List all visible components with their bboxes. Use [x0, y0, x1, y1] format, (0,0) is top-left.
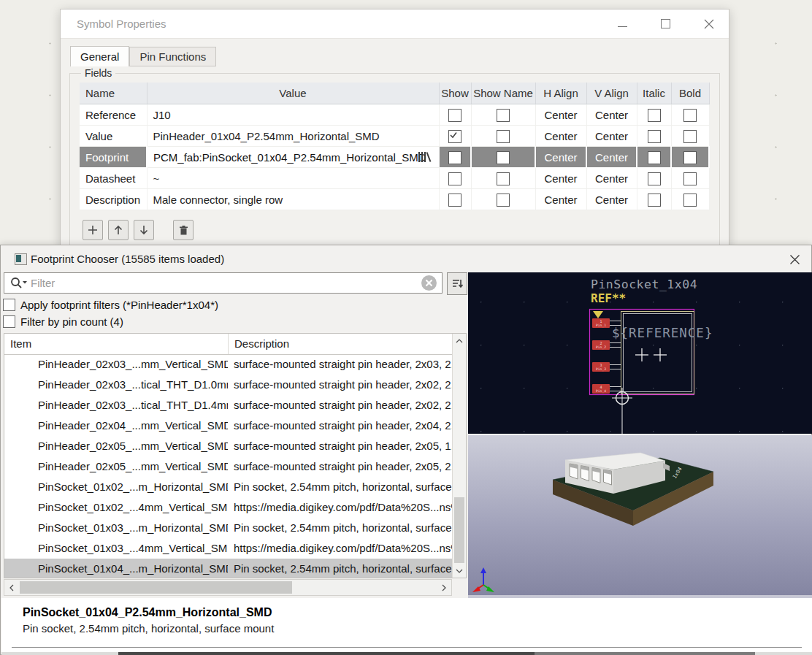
field-show-cell[interactable] — [439, 126, 471, 147]
checkbox[interactable] — [648, 109, 661, 122]
column-header-v-align[interactable]: V Align — [586, 83, 637, 104]
field-row-reference[interactable]: ReferenceJ10CenterCenter — [80, 104, 709, 126]
field-h-align-cell[interactable]: Center — [535, 168, 586, 189]
column-header-show-name[interactable]: Show Name — [471, 83, 535, 104]
footprint-list-row[interactable]: PinSocket_01x02_...4mm_Vertical_SMDhttps… — [4, 497, 452, 518]
checkbox[interactable] — [683, 130, 697, 143]
field-show-cell[interactable] — [439, 189, 471, 210]
field-name-cell[interactable]: Value — [80, 126, 147, 147]
field-row-footprint[interactable]: FootprintPCM_fab:PinSocket_01x04_P2.54mm… — [80, 147, 709, 168]
field-value-cell[interactable]: Male connector, single row — [147, 189, 439, 210]
field-h-align-cell[interactable]: Center — [535, 189, 586, 210]
field-name-cell[interactable]: Footprint — [80, 147, 147, 168]
footprint-list-row[interactable]: PinHeader_02x03_...mm_Vertical_SMDsurfac… — [4, 354, 452, 375]
footprint-list-row[interactable]: PinHeader_02x03_...tical_THT_D1.4mmsurfa… — [4, 395, 452, 415]
close-button[interactable] — [703, 18, 714, 29]
field-name-cell[interactable]: Description — [80, 189, 147, 210]
clear-filter-button[interactable] — [421, 275, 437, 291]
field-name-cell[interactable]: Datasheet — [80, 168, 147, 189]
field-italic-cell[interactable] — [637, 147, 671, 168]
checkbox[interactable] — [448, 194, 461, 207]
column-header-italic[interactable]: Italic — [637, 83, 671, 104]
field-h-align-cell[interactable]: Center — [535, 104, 586, 126]
field-v-align-cell[interactable]: Center — [586, 168, 637, 189]
checkbox[interactable] — [497, 172, 510, 185]
field-row-datasheet[interactable]: Datasheet~CenterCenter — [80, 168, 709, 189]
footprint-list-row[interactable]: PinHeader_02x03_...tical_THT_D1.0mmsurfa… — [4, 375, 452, 395]
move-field-up-button[interactable] — [108, 220, 129, 240]
footprint-3d-canvas[interactable]: 1x04 — [468, 435, 812, 598]
checkbox[interactable] — [648, 172, 661, 185]
field-v-align-cell[interactable]: Center — [586, 189, 637, 210]
checkbox[interactable] — [683, 172, 697, 185]
checkbox[interactable] — [448, 130, 461, 143]
scrollbar-thumb[interactable] — [454, 497, 464, 563]
field-show-cell[interactable] — [439, 147, 471, 168]
field-show-name-cell[interactable] — [471, 189, 535, 210]
footprint-list-row[interactable]: PinSocket_01x04_...m_Horizontal_SMDPin s… — [4, 559, 452, 578]
vertical-scrollbar[interactable] — [452, 334, 466, 578]
field-h-align-cell[interactable]: Center — [535, 126, 586, 147]
column-header-bold[interactable]: Bold — [671, 83, 709, 104]
add-field-button[interactable] — [83, 220, 103, 240]
field-show-cell[interactable] — [439, 168, 471, 189]
field-bold-cell[interactable] — [671, 147, 709, 168]
close-button[interactable] — [787, 252, 802, 267]
tab-general[interactable]: General — [70, 46, 129, 66]
column-header-item[interactable]: Item — [4, 334, 228, 354]
field-italic-cell[interactable] — [637, 104, 671, 126]
column-header-show[interactable]: Show — [439, 83, 471, 104]
footprint-list-row[interactable]: PinSocket_01x03_...4mm_Vertical_SMDhttps… — [4, 538, 452, 559]
scroll-right-button[interactable] — [437, 580, 451, 595]
footprint-preview-canvas[interactable]: PinSocket_1x04 REF** 1 Pin_1 — [468, 272, 812, 434]
checkbox[interactable] — [497, 109, 510, 122]
footprint-list-row[interactable]: PinHeader_02x05_...mm_Vertical_SMDsurfac… — [4, 456, 452, 477]
field-value-cell[interactable]: ~ — [147, 168, 439, 189]
filter-input[interactable]: Filter — [4, 272, 443, 294]
minimize-button[interactable] — [617, 18, 628, 29]
footprint-list-row[interactable]: PinSocket_01x03_...m_Horizontal_SMDPin s… — [4, 518, 452, 538]
checkbox[interactable] — [497, 130, 510, 143]
tab-pin-functions[interactable]: Pin Functions — [129, 47, 216, 66]
field-h-align-cell[interactable]: Center — [535, 147, 586, 168]
checkbox[interactable] — [648, 130, 661, 143]
field-value-cell[interactable]: J10 — [147, 104, 439, 126]
scrollbar-thumb[interactable] — [20, 581, 292, 594]
checkbox[interactable] — [648, 194, 661, 207]
checkbox[interactable] — [497, 151, 510, 164]
field-name-cell[interactable]: Reference — [80, 104, 147, 126]
field-v-align-cell[interactable]: Center — [586, 126, 637, 147]
field-show-name-cell[interactable] — [471, 126, 535, 147]
checkbox[interactable] — [648, 151, 661, 164]
field-show-name-cell[interactable] — [471, 104, 535, 126]
footprint-list-row[interactable]: PinHeader_02x05_...mm_Vertical_SMDsurfac… — [4, 436, 452, 456]
delete-field-button[interactable] — [173, 220, 194, 240]
checkbox[interactable] — [683, 194, 697, 207]
horizontal-scrollbar[interactable] — [4, 579, 452, 596]
field-bold-cell[interactable] — [671, 168, 709, 189]
column-header-description[interactable]: Description — [228, 334, 452, 354]
filter-by-pin-count-checkbox[interactable]: Filter by pin count (4) — [3, 315, 123, 328]
footprint-list-row[interactable]: PinSocket_01x02_...m_Horizontal_SMDPin s… — [4, 477, 452, 497]
checkbox[interactable] — [448, 172, 461, 185]
library-browse-icon[interactable] — [417, 151, 432, 163]
checkbox[interactable] — [683, 109, 697, 122]
field-v-align-cell[interactable]: Center — [586, 147, 637, 168]
scroll-left-button[interactable] — [5, 580, 18, 595]
move-field-down-button[interactable] — [134, 220, 154, 240]
field-bold-cell[interactable] — [671, 104, 709, 126]
checkbox[interactable] — [448, 151, 461, 164]
column-header-h-align[interactable]: H Align — [535, 83, 586, 104]
field-bold-cell[interactable] — [671, 126, 709, 147]
field-show-name-cell[interactable] — [471, 168, 535, 189]
apply-footprint-filters-checkbox[interactable]: Apply footprint filters (*PinHeader*1x04… — [3, 299, 218, 311]
field-v-align-cell[interactable]: Center — [586, 104, 637, 126]
list-options-button[interactable] — [447, 272, 467, 295]
scroll-up-button[interactable] — [453, 334, 466, 347]
info-scrollbar[interactable] — [1, 652, 812, 655]
field-row-value[interactable]: ValuePinHeader_01x04_P2.54mm_Horizontal_… — [80, 126, 709, 147]
field-italic-cell[interactable] — [637, 189, 671, 210]
maximize-button[interactable] — [660, 18, 671, 29]
checkbox[interactable] — [683, 151, 697, 164]
field-value-cell[interactable]: PinHeader_01x04_P2.54mm_Horizontal_SMD — [147, 126, 439, 147]
